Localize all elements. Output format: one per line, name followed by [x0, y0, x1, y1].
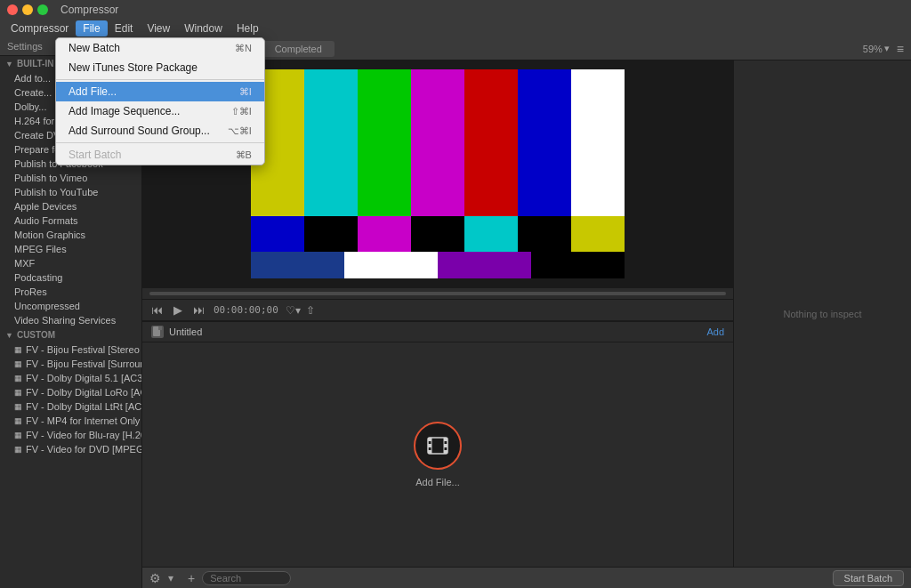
- svg-rect-7: [251, 216, 304, 252]
- grid-icon: ▦: [14, 344, 22, 355]
- sidebar-item-fv-dolby-51[interactable]: ▦ FV - Dolby Digital 5.1 [AC3]: [0, 371, 141, 385]
- sidebar-item-mpeg-files[interactable]: MPEG Files: [0, 242, 141, 256]
- dropdown-separator-2: [56, 142, 264, 143]
- grid-icon: ▦: [14, 358, 22, 369]
- sidebar-item-fv-dolby-ltrt[interactable]: ▦ FV - Dolby Digital LtRt [AC3]: [0, 399, 141, 414]
- svg-rect-17: [531, 252, 625, 278]
- menu-window[interactable]: Window: [177, 20, 230, 36]
- svg-rect-1: [304, 69, 358, 216]
- sidebar-item-apple-devices[interactable]: Apple Devices: [0, 199, 141, 213]
- rewind-button[interactable]: ⏮: [149, 303, 165, 317]
- chevron-down-icon: ▼: [5, 60, 13, 68]
- grid-icon: ▦: [14, 387, 22, 398]
- batch-file-icon: [151, 326, 164, 338]
- start-batch-button[interactable]: Start Batch: [833, 570, 904, 586]
- app-title: Compressor: [60, 4, 118, 16]
- file-dropdown-menu[interactable]: New Batch ⌘N New iTunes Store Package Ad…: [55, 37, 265, 165]
- sidebar-item-fv-bluray[interactable]: ▦ FV - Video for Blu-ray [H.264]: [0, 428, 141, 442]
- add-file-center-button[interactable]: Add File...: [414, 422, 462, 487]
- settings-icon[interactable]: ⚙: [149, 571, 161, 585]
- batch-content: Add File...: [142, 342, 733, 567]
- svg-rect-8: [304, 216, 358, 252]
- svg-rect-23: [428, 450, 431, 454]
- menu-item-add-file[interactable]: Add File... ⌘I: [56, 82, 264, 101]
- sidebar-item-fv-dvd[interactable]: ▦ FV - Video for DVD [MPEG-2]: [0, 442, 141, 456]
- sidebar-item-video-sharing[interactable]: Video Sharing Services: [0, 313, 141, 327]
- dropdown-separator-1: [56, 79, 264, 80]
- grid-icon: ▦: [14, 430, 22, 440]
- bottom-right: Start Batch: [833, 570, 904, 586]
- sidebar-item-vimeo[interactable]: Publish to Vimeo: [0, 171, 141, 185]
- svg-rect-19: [158, 326, 162, 330]
- menu-compressor[interactable]: Compressor: [4, 20, 76, 36]
- sidebar-item-fv-bijou-stereo[interactable]: ▦ FV - Bijou Festival [Stereo - LoRo]: [0, 342, 141, 357]
- grid-icon: ▦: [14, 444, 22, 455]
- film-icon: [425, 433, 450, 458]
- svg-rect-15: [344, 252, 438, 278]
- menubar: Compressor File Edit View Window Help: [0, 20, 911, 37]
- add-file-circle: [414, 422, 462, 470]
- svg-rect-10: [411, 216, 464, 252]
- nothing-to-inspect-label: Nothing to inspect: [783, 309, 861, 319]
- share-icon[interactable]: ⇧: [306, 304, 315, 317]
- sidebar-section-custom[interactable]: ▼ CUSTOM: [0, 327, 141, 342]
- menu-item-add-surround[interactable]: Add Surround Sound Group... ⌥⌘I: [56, 121, 264, 141]
- batch-header: Untitled Add: [142, 322, 733, 342]
- zoom-level: 59%: [863, 44, 883, 54]
- svg-rect-11: [464, 216, 518, 252]
- playback-controls: [142, 287, 733, 300]
- sidebar-item-uncompressed[interactable]: Uncompressed: [0, 299, 141, 313]
- sidebar-item-motion-graphics[interactable]: Motion Graphics: [0, 228, 141, 242]
- sidebar-item-youtube[interactable]: Publish to YouTube: [0, 185, 141, 199]
- menu-edit[interactable]: Edit: [108, 20, 141, 36]
- svg-rect-21: [428, 438, 431, 441]
- menu-view[interactable]: View: [140, 20, 177, 36]
- sidebar-item-prores[interactable]: ProRes: [0, 285, 141, 299]
- add-item-button[interactable]: +: [188, 571, 195, 585]
- menu-item-new-itunes[interactable]: New iTunes Store Package: [56, 58, 264, 77]
- svg-rect-6: [571, 69, 625, 216]
- bottom-left: ⚙ ▾ +: [149, 571, 291, 585]
- batch-title: Untitled: [169, 326, 202, 337]
- svg-rect-14: [251, 252, 344, 278]
- batch-area: Untitled Add: [142, 321, 733, 567]
- sidebar-item-podcasting[interactable]: Podcasting: [0, 270, 141, 285]
- menu-file[interactable]: File: [76, 20, 107, 36]
- minimize-button[interactable]: [22, 4, 33, 15]
- sidebar-item-fv-mp4[interactable]: ▦ FV - MP4 for Internet Only 1080p...: [0, 414, 141, 428]
- sidebar-item-fv-bijou-surround[interactable]: ▦ FV - Bijou Festival [Surround - 5.1]: [0, 357, 141, 371]
- svg-rect-5: [518, 69, 571, 216]
- menu-help[interactable]: Help: [230, 20, 266, 36]
- sidebar-section-label-custom: CUSTOM: [17, 330, 55, 340]
- bottom-bar: ⚙ ▾ + Start Batch: [142, 567, 911, 588]
- sidebar-item-mxf[interactable]: MXF: [0, 256, 141, 270]
- svg-rect-9: [358, 216, 411, 252]
- heart-icon[interactable]: ♡▾: [286, 304, 301, 317]
- svg-rect-22: [444, 438, 447, 441]
- zoom-control[interactable]: 59% ▾: [863, 43, 890, 54]
- color-bars: [251, 69, 625, 278]
- grid-icon: ▦: [14, 415, 22, 426]
- timecode: 00:00:00;00: [214, 304, 278, 316]
- svg-rect-25: [428, 444, 431, 447]
- zoom-arrow: ▾: [884, 43, 890, 54]
- search-input[interactable]: [202, 571, 291, 585]
- close-button[interactable]: [7, 4, 18, 15]
- tab-completed[interactable]: Completed: [262, 41, 335, 57]
- play-button[interactable]: ▶: [172, 303, 184, 317]
- batch-add-button[interactable]: Add: [706, 326, 724, 337]
- sidebar-item-fv-dolby-loro[interactable]: ▦ FV - Dolby Digital LoRo [AC3]: [0, 385, 141, 399]
- svg-rect-16: [438, 252, 531, 278]
- grid-view-icon[interactable]: ≡: [897, 42, 904, 56]
- svg-rect-24: [444, 450, 447, 454]
- progress-bar[interactable]: [149, 292, 726, 295]
- sidebar-item-audio-formats[interactable]: Audio Formats: [0, 213, 141, 228]
- chevron-down-icon-custom: ▼: [5, 331, 13, 340]
- fastforward-button[interactable]: ⏭: [191, 303, 206, 317]
- svg-rect-3: [411, 69, 464, 216]
- menu-item-add-image-sequence[interactable]: Add Image Sequence... ⇧⌘I: [56, 101, 264, 121]
- menu-item-new-batch[interactable]: New Batch ⌘N: [56, 38, 264, 58]
- maximize-button[interactable]: [37, 4, 48, 15]
- svg-rect-12: [518, 216, 571, 252]
- arrow-down-icon[interactable]: ▾: [168, 572, 173, 584]
